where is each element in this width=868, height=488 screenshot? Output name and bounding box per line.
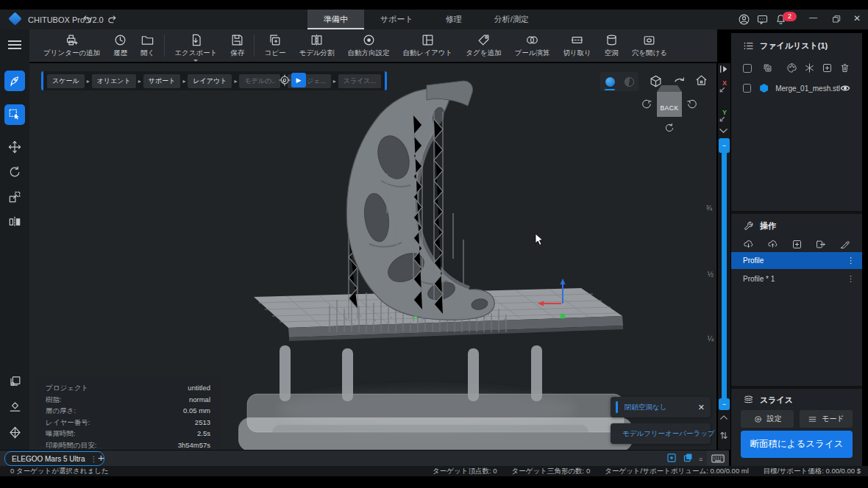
clone-tool[interactable] — [4, 370, 25, 391]
import-profile-button[interactable] — [743, 239, 754, 250]
printer-tab[interactable]: ELEGOO Mars 5 Ultra ⋮ — [4, 451, 104, 466]
select-all-checkbox[interactable] — [743, 64, 752, 73]
rotate-down-button[interactable] — [664, 122, 675, 134]
collapse-panel-button[interactable] — [719, 65, 729, 73]
solid-view-button[interactable] — [600, 72, 619, 91]
auto-layout-button[interactable]: 自動レイアウト — [396, 29, 460, 62]
layer-slider-top-handle[interactable]: − — [719, 138, 730, 153]
close-icon[interactable]: ✕ — [698, 403, 705, 412]
boolean-button[interactable]: ブール演算 — [508, 29, 556, 62]
slice-settings-button[interactable]: 設定 — [741, 410, 794, 428]
info-value: 2513 — [195, 417, 210, 428]
tab-analyze-measure[interactable]: 分析/測定 — [478, 10, 545, 29]
layer-slider-bottom-handle[interactable]: − — [719, 398, 730, 410]
scale-tool[interactable] — [4, 187, 25, 207]
close-button[interactable]: ✕ — [853, 13, 861, 24]
view-options-menu[interactable]: ≡ — [699, 453, 702, 466]
workflow-step-layout[interactable]: レイアウト — [188, 74, 232, 88]
add-printer-button[interactable]: プリンターの追加 — [37, 29, 107, 62]
move-tool[interactable] — [4, 137, 25, 157]
minimize-button[interactable]: — — [809, 12, 817, 21]
copy-button[interactable]: コピー — [257, 29, 292, 62]
view-cube-face[interactable]: BACK — [657, 92, 682, 117]
undo-button[interactable] — [81, 13, 93, 26]
axis-x-label[interactable]: X — [722, 79, 727, 87]
rotate-right-button[interactable] — [686, 98, 698, 110]
cut-button[interactable]: 切り取り — [556, 29, 597, 62]
collapse-axes-button[interactable] — [719, 128, 728, 134]
save-button[interactable]: 保存 — [224, 29, 251, 62]
drill-hole-button[interactable]: 穴を開ける — [625, 29, 674, 62]
slice-mode-button[interactable]: モード — [800, 410, 853, 428]
mirror-tool[interactable] — [4, 212, 25, 232]
select-tool[interactable] — [4, 104, 25, 125]
slice-by-area-button[interactable]: 断面積によるスライス — [741, 431, 853, 458]
kebab-menu-icon[interactable]: ⋮ — [847, 274, 855, 284]
cloud-download-icon — [743, 239, 754, 250]
layer-slider-track[interactable] — [722, 144, 727, 403]
rotate-left-button[interactable] — [641, 98, 652, 110]
drill-hole-icon — [642, 33, 656, 47]
workflow-step-slice[interactable]: スライス... — [338, 74, 381, 88]
open-button[interactable]: 開く — [134, 29, 161, 62]
workflow-step-model[interactable]: モデルの.. — [239, 74, 280, 88]
cut-icon — [570, 33, 584, 47]
workflow-settings-button[interactable] — [278, 73, 291, 87]
xray-view-button[interactable] — [619, 72, 638, 91]
tab-support[interactable]: サポート — [364, 10, 430, 29]
home-view-button[interactable] — [694, 73, 708, 87]
user-icon — [738, 13, 750, 26]
lattice-tool[interactable] — [4, 422, 25, 442]
rotate-tool[interactable] — [4, 162, 25, 182]
add-printer-tab-button[interactable]: + — [98, 451, 104, 465]
recolor-button[interactable] — [786, 62, 797, 73]
viewport-3d[interactable]: スケール ▸ オリエント ▸ サポート ▸ レイアウト ▸ モデルの.. ▸ プ… — [29, 63, 716, 450]
group-files-button[interactable] — [762, 62, 773, 73]
add-tag-button[interactable]: タグを追加 — [459, 29, 508, 62]
account-button[interactable] — [738, 13, 750, 26]
edit-profile-button[interactable] — [839, 239, 850, 250]
redo-button[interactable] — [106, 13, 118, 26]
profile-row[interactable]: Profile * 1 ⋮ — [731, 270, 862, 287]
swap-range-button[interactable] — [719, 429, 729, 441]
visibility-toggle[interactable] — [840, 84, 850, 93]
model-split-button[interactable]: モデル分割 — [292, 29, 341, 62]
stack-windows-icon — [8, 374, 22, 388]
file-checkbox[interactable] — [743, 84, 751, 93]
view-cube-top-face[interactable] — [657, 85, 682, 92]
place-on-plate-tool[interactable] — [4, 396, 25, 417]
step-arrow-icon: ▸ — [333, 78, 336, 85]
hollow-button[interactable]: 空洞 — [598, 29, 625, 62]
kebab-menu-icon[interactable]: ⋮ — [90, 455, 97, 463]
delete-file-button[interactable] — [839, 62, 850, 73]
single-view-toggle[interactable] — [666, 453, 677, 463]
workflow-step-scale[interactable]: スケール — [47, 74, 85, 88]
profile-row-selected[interactable]: Profile ⋮ — [731, 252, 862, 269]
expand-slider-button[interactable] — [719, 415, 728, 420]
multi-view-toggle[interactable] — [683, 452, 694, 463]
restore-button[interactable] — [831, 14, 842, 24]
add-file-button[interactable] — [822, 62, 833, 73]
export-profile-button[interactable] — [815, 239, 826, 250]
printer-add-icon — [65, 33, 79, 47]
quick-print-tool[interactable] — [4, 71, 25, 91]
mode-list-icon — [808, 415, 817, 424]
keyboard-shortcuts-button[interactable] — [707, 450, 729, 466]
history-button[interactable]: 履歴 — [107, 29, 134, 62]
tab-prepare[interactable]: 準備中 — [307, 10, 364, 29]
orientation-button[interactable] — [804, 62, 815, 73]
export-button[interactable]: エクスポート — [168, 29, 224, 62]
main-menu-button[interactable] — [8, 38, 21, 51]
add-profile-button[interactable] — [791, 239, 803, 250]
workflow-step-support[interactable]: サポート — [143, 74, 181, 88]
workflow-run-button[interactable]: ▶ — [291, 73, 306, 87]
auto-orient-button[interactable]: 自動方向設定 — [341, 29, 396, 62]
upload-profile-button[interactable] — [767, 239, 778, 250]
toolbar-label: 自動方向設定 — [348, 49, 390, 58]
kebab-menu-icon[interactable]: ⋮ — [847, 256, 855, 265]
workflow-step-orient[interactable]: オリエント — [92, 74, 136, 88]
feedback-button[interactable] — [756, 13, 769, 26]
tab-repair[interactable]: 修理 — [430, 10, 478, 29]
file-row[interactable]: Merge_01_mesh.stl — [743, 81, 850, 96]
axis-y-label[interactable]: Y — [722, 109, 727, 116]
